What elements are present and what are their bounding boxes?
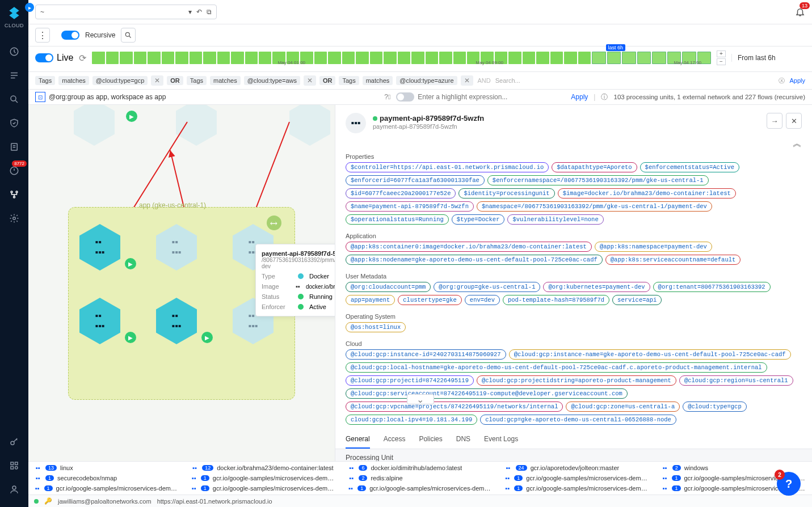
filter-chip[interactable]: Tags bbox=[35, 76, 55, 85]
filter-chip[interactable]: matches bbox=[363, 76, 393, 85]
nav-list[interactable] bbox=[0, 64, 28, 87]
filter-chip[interactable]: @cloud:type=gcp bbox=[92, 76, 148, 85]
time-range-selector[interactable]: From last 6h bbox=[731, 54, 805, 62]
property-tag[interactable]: @cloud:gcp:instance-name=gke-aporeto-dem… bbox=[509, 349, 791, 360]
property-tag[interactable]: cloud:gcp=gke-aporeto-demo-us-central1-0… bbox=[480, 415, 676, 425]
recursive-toggle[interactable] bbox=[61, 31, 79, 40]
property-tag[interactable]: @org:tenant=806775361903163392 bbox=[653, 282, 771, 292]
legend-item[interactable]: ▪▪1gcr.io/google-samples/microservices-d… bbox=[347, 484, 493, 492]
remove-chip-icon[interactable]: ✕ bbox=[151, 75, 163, 86]
timeline-zoom-in[interactable]: + bbox=[717, 50, 726, 57]
legend-item[interactable]: ▪▪1gcr.io/google-samples/microservices-d… bbox=[504, 474, 650, 482]
filter-chip[interactable]: Tags bbox=[187, 76, 207, 85]
nav-key[interactable] bbox=[0, 430, 28, 454]
detail-tab[interactable]: Policies bbox=[419, 435, 442, 449]
legend-item[interactable]: ▪▪1gcr.io/google-samples/microservices-d… bbox=[34, 484, 179, 492]
detail-expand-button[interactable]: → bbox=[767, 113, 782, 129]
property-tag[interactable]: $controller=https://api.east-01.network.… bbox=[346, 162, 549, 172]
property-tag[interactable]: @cloud:gcp:projectidstring=aporeto-produ… bbox=[477, 375, 676, 386]
filter-chip[interactable]: @cloud:type=azure bbox=[396, 76, 457, 85]
legend-item[interactable]: ▪▪2redis:alpine bbox=[347, 474, 493, 482]
play-icon[interactable]: ▶ bbox=[126, 111, 137, 122]
namespace-path-input[interactable]: ~ ▾ ↶ ⧉ bbox=[35, 5, 217, 19]
property-tag[interactable]: $enforcernamespace=/806775361903163392/p… bbox=[487, 175, 709, 185]
filter-apply-button[interactable]: Apply bbox=[789, 77, 805, 84]
property-tag[interactable]: service=api bbox=[612, 295, 662, 305]
property-tag[interactable]: @cloud:gcp:instance-id=24027031148750609… bbox=[346, 349, 506, 360]
live-toggle[interactable] bbox=[35, 53, 53, 62]
filter-chip[interactable]: @cloud:type=aws bbox=[244, 76, 300, 85]
nav-apps[interactable] bbox=[0, 454, 28, 478]
collapse-all-icon[interactable]: ︽ bbox=[335, 138, 812, 150]
highlight-apply-button[interactable]: Apply bbox=[571, 93, 588, 101]
property-tag[interactable]: $name=payment-api-879589f7d-5wzfn bbox=[346, 201, 474, 212]
play-icon[interactable]: ▶ bbox=[125, 258, 136, 269]
remove-chip-icon[interactable]: ✕ bbox=[461, 75, 473, 86]
property-tag[interactable]: @os:host=linux bbox=[346, 322, 406, 332]
caret-down-icon[interactable]: ▾ bbox=[188, 8, 192, 16]
property-tag[interactable]: $namespace=/806775361903163392/pmm/gke-u… bbox=[477, 201, 712, 212]
property-tag[interactable]: cloud:gcp:local-ipv4=10.181.34.199 bbox=[346, 415, 477, 425]
property-tag[interactable]: @cloud:type=gcp bbox=[683, 402, 747, 412]
property-tag[interactable]: @app:k8s:nodename=gke-aporeto-demo-us-ce… bbox=[346, 255, 603, 265]
refresh-icon[interactable]: ⟳ bbox=[79, 53, 86, 64]
topology-graph[interactable]: ▶ app (gke-us-central-1) ▪▪▪▪▪ ▪▪▪▪▪ ▪▪▪… bbox=[28, 105, 335, 461]
filter-chip[interactable]: matches bbox=[210, 76, 241, 85]
property-tag[interactable]: @cloud:gcp:local-hostname=gke-aporeto-de… bbox=[346, 362, 767, 373]
sidebar-expand-icon[interactable]: ▸ bbox=[25, 3, 34, 12]
clear-filters-icon[interactable]: ⓧ bbox=[779, 77, 785, 85]
filter-chip[interactable]: matches bbox=[58, 76, 89, 85]
timeline-zoom-out[interactable]: − bbox=[717, 58, 726, 65]
detail-tab[interactable]: Access bbox=[384, 435, 406, 449]
help-icon[interactable]: ?⃝ bbox=[384, 93, 390, 101]
property-tag[interactable]: $type=Docker bbox=[452, 214, 505, 225]
detail-close-button[interactable]: ✕ bbox=[786, 113, 802, 129]
copy-icon[interactable]: ⧉ bbox=[207, 8, 212, 16]
property-tag[interactable]: @cloud:gcp:projectid=874226495119 bbox=[346, 375, 474, 386]
timeline[interactable]: May 04 01:00 May 04 09:00 May 04 17:00 l… bbox=[92, 49, 711, 67]
nav-settings[interactable] bbox=[0, 206, 28, 230]
notifications-bell-icon[interactable]: 13 bbox=[795, 7, 805, 17]
property-tag[interactable]: @app:k8s:serviceaccountname=default bbox=[605, 255, 741, 265]
legend-item[interactable]: ▪▪6docker.io/dimitrihub/ademo:latest bbox=[347, 464, 493, 472]
property-tag[interactable]: $enforcementstatus=Active bbox=[640, 162, 740, 172]
property-tag[interactable]: pod-template-hash=879589f7d bbox=[503, 295, 609, 305]
property-tag[interactable]: @cloud:gcp:zone=us-central1-a bbox=[566, 402, 680, 412]
legend-item[interactable]: ▪▪1securecodebox/nmap bbox=[34, 474, 179, 482]
nav-topology[interactable] bbox=[0, 183, 28, 206]
property-tag[interactable]: @org:cloudaccount=pmm bbox=[346, 282, 431, 292]
legend-item[interactable]: ▪▪12docker.io/brahma23/demo-container:la… bbox=[191, 464, 336, 472]
property-tag[interactable]: @cloud:gcp:vpcname=projects/874226495119… bbox=[346, 402, 563, 412]
property-tag[interactable]: env=dev bbox=[465, 295, 500, 305]
highlight-input[interactable] bbox=[418, 93, 565, 101]
panel-collapse-caret[interactable]: ⌄ bbox=[407, 394, 434, 404]
nav-dashboard[interactable] bbox=[0, 40, 28, 64]
property-tag[interactable]: $vulnerabilitylevel=none bbox=[507, 214, 603, 225]
detail-tab[interactable]: General bbox=[346, 435, 370, 449]
property-tag[interactable]: @cloud:gcp:region=us-central1 bbox=[679, 375, 793, 386]
legend-item[interactable]: ▪▪1gcr.io/google-samples/microservices-d… bbox=[504, 484, 650, 492]
more-menu-icon[interactable]: ⋮ bbox=[35, 28, 50, 43]
property-tag[interactable]: app=payment bbox=[346, 295, 395, 305]
property-tag[interactable]: $operationalstatus=Running bbox=[346, 214, 449, 225]
nav-shield[interactable] bbox=[0, 111, 28, 135]
legend-item[interactable]: ▪▪24gcr.io/aporetodev/jolteon:master bbox=[504, 464, 650, 472]
property-tag[interactable]: $identity=processingunit bbox=[458, 188, 554, 198]
nav-user[interactable] bbox=[0, 478, 28, 501]
filter-chip[interactable]: Tags bbox=[339, 76, 359, 85]
legend-item[interactable]: ▪▪2windows bbox=[661, 464, 806, 472]
property-tag[interactable]: @app:k8s:container0:image=docker.io/brah… bbox=[346, 242, 592, 252]
legend-item[interactable]: ▪▪1gcr.io/google-samples/microservices-d… bbox=[191, 484, 336, 492]
play-icon[interactable]: ▶ bbox=[125, 332, 136, 343]
filter-search-input[interactable]: Search... bbox=[495, 77, 775, 84]
legend-item[interactable]: ▪▪13linux bbox=[34, 464, 179, 472]
detail-tab[interactable]: DNS bbox=[456, 435, 470, 449]
search-icon[interactable] bbox=[121, 28, 136, 43]
highlight-toggle[interactable] bbox=[396, 92, 414, 102]
property-tag[interactable]: @app:k8s:namespace=payment-dev bbox=[595, 242, 712, 252]
grouping-icon[interactable]: ⊡ bbox=[35, 92, 45, 102]
property-tag[interactable]: clustertype=gke bbox=[398, 295, 462, 305]
help-fab[interactable]: ? 2 bbox=[777, 472, 801, 496]
property-tag[interactable]: @org:group=gke-us-central-1 bbox=[434, 282, 540, 292]
nav-alerts[interactable]: 8772 bbox=[0, 159, 28, 183]
